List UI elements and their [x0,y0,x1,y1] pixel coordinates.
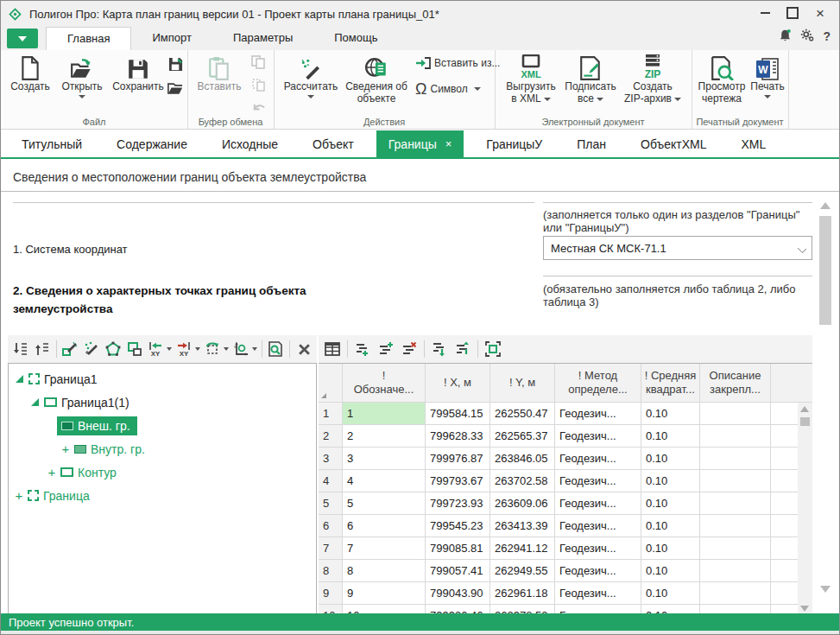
tree-item-vnesh-gr[interactable]: Внеш. гр. [9,414,316,437]
table-row[interactable]: 6 6 799545.23 263413.39 Геодезич... 0.10 [319,515,812,537]
object-info-button[interactable]: Сведения об объекте [343,53,410,105]
paste-special-button[interactable] [248,74,268,95]
table-row[interactable]: 5 5 799723.93 263609.06 Геодезич... 0.10 [319,492,812,515]
collapsed-node-icon[interactable]: + [47,467,57,479]
col-header-metod[interactable]: ! Методопределе... [555,364,641,403]
open-project-folder-button[interactable] [165,78,186,98]
calculate-button[interactable]: Рассчитать [282,53,339,98]
table-view-button[interactable] [322,339,343,359]
scrollbar-thumb[interactable] [800,417,810,426]
chevron-down-icon[interactable] [195,347,200,351]
collapsed-node-icon[interactable]: + [60,443,71,455]
create-contour-wand-button[interactable] [60,339,79,359]
tree-item-kontur[interactable]: + Контур [9,460,316,484]
scroll-down-icon[interactable] [800,606,809,612]
insert-row-button[interactable] [376,339,396,359]
doctab-obekt[interactable]: Объект [300,130,366,157]
polygon-button[interactable] [104,339,123,359]
table-row[interactable]: 3 3 799976.87 263846.05 Геодезич... 0.10 [319,448,812,470]
tree-item-granitsa1[interactable]: Граница1 [9,367,316,391]
table-row[interactable]: 1 1 799584.15 262550.47 Геодезич... 0.10 [319,403,812,425]
doctab-plan[interactable]: План [565,130,618,157]
expanded-node-icon[interactable] [16,375,23,383]
export-xml-button[interactable]: XML Выгрузить в XML [503,53,559,105]
coordinate-system-select[interactable]: Местная СК МСК-71.1 [543,236,812,260]
col-header-x[interactable]: ! X, м [426,364,490,403]
close-tab-icon[interactable]: × [445,137,452,150]
table-row[interactable]: 9 9 799043.90 262961.18 Геодезич... 0.10 [319,582,812,605]
create-points-wand-button[interactable] [82,339,101,359]
chevron-down-icon[interactable] [252,347,257,351]
tab-import[interactable]: Импорт [131,27,212,50]
notifications-bell-icon[interactable] [778,29,793,43]
table-corner-cell[interactable] [319,364,343,403]
open-button[interactable]: Открыть [56,53,108,98]
scrollbar-thumb[interactable] [819,216,831,325]
doctab-obektxml[interactable]: ОбъектXML [628,130,718,157]
undo-button[interactable] [248,97,268,117]
save-as-button[interactable] [165,54,186,74]
doctab-ishodnye[interactable]: Исходные [210,130,290,157]
export-coordinates-button[interactable]: XY [174,339,193,359]
tree-item-granitsa[interactable]: + Граница [9,484,316,507]
collapsed-node-icon[interactable]: + [14,490,24,502]
table-row[interactable]: 10 10 799930.46 262978.53 Геодезич... 0.… [319,605,812,613]
add-row-button[interactable] [352,339,373,359]
table-row[interactable]: 8 8 799057.41 262949.55 Геодезич... 0.10 [319,560,812,582]
col-header-srednyaya[interactable]: ! Средняяквадрат... [641,364,700,403]
maximize-button[interactable] [779,1,806,25]
import-coordinates-button[interactable]: XY [147,339,166,359]
doctab-titulny[interactable]: Титульный [9,130,94,157]
create-zip-button[interactable]: ZIP Создать ZIP-архив [622,53,683,105]
rotate-contour-button[interactable] [203,339,222,359]
coordinate-system-button[interactable]: x [231,339,250,359]
move-row-up-button[interactable] [452,339,473,359]
save-button[interactable]: Сохранить [110,53,167,92]
tree-item-vnutr-gr[interactable]: + Внутр. гр. [9,437,316,460]
collapse-all-button[interactable] [33,339,52,359]
close-button[interactable]: × [806,1,834,25]
move-row-down-button[interactable] [429,339,450,359]
copy-contour-button[interactable] [125,339,144,359]
tree-item-granitsa1-1[interactable]: Граница1(1) [9,391,316,414]
preview-drawing-button[interactable]: Просмотр чертежа [695,53,748,105]
col-header-opisanie[interactable]: Описаниезакрепл... [700,364,771,403]
tab-glavnaya[interactable]: Главная [46,27,131,50]
minimize-button[interactable] [751,1,779,25]
app-menu-button[interactable] [7,29,38,48]
paste-button[interactable]: Вставить [194,53,244,92]
tab-pomosch[interactable]: Помощь [313,27,398,50]
table-row[interactable]: 7 7 799085.81 262941.12 Геодезич... 0.10 [319,537,812,560]
doctab-xml[interactable]: XML [729,130,778,157]
print-button[interactable]: W Печать [748,53,786,98]
sign-all-button[interactable]: Подписать все [562,53,619,105]
selected-cell[interactable]: 1 [343,403,426,425]
insert-from-button[interactable]: Вставить из... [415,57,500,69]
col-header-y[interactable]: ! Y, м [490,364,555,403]
page-scrollbar[interactable] [818,202,833,593]
symbol-button[interactable]: Ω Символ [415,81,481,97]
create-button[interactable]: Создать [6,53,54,92]
delete-row-button[interactable] [399,339,420,359]
chevron-down-icon[interactable] [224,347,229,351]
doctab-granitsyu[interactable]: ГраницыУ [474,130,554,157]
expanded-node-icon[interactable] [31,398,39,406]
expand-all-button[interactable] [11,339,30,359]
fit-view-button[interactable] [483,339,503,359]
selected-tree-item[interactable]: Внеш. гр. [57,416,137,435]
settings-gear-icon[interactable] [800,29,815,43]
table-row[interactable]: 2 2 799628.33 262565.37 Геодезич... 0.10 [319,425,812,448]
col-header-oboznachenie[interactable]: !Обозначе... [343,364,426,403]
doctab-soderzhanie[interactable]: Содержание [104,130,199,157]
scroll-up-icon[interactable] [800,406,809,412]
tab-parametry[interactable]: Параметры [212,27,313,50]
scroll-down-icon[interactable] [820,586,831,593]
help-icon[interactable]: ? [823,29,831,43]
copy-button[interactable] [248,52,268,73]
table-row[interactable]: 4 4 799793.67 263702.58 Геодезич... 0.10 [319,470,812,492]
table-scrollbar[interactable] [798,403,812,613]
chevron-down-icon[interactable] [167,347,172,351]
find-point-button[interactable] [266,339,285,359]
scroll-up-icon[interactable] [820,202,831,209]
doctab-granitsy[interactable]: Границы × [376,130,464,157]
